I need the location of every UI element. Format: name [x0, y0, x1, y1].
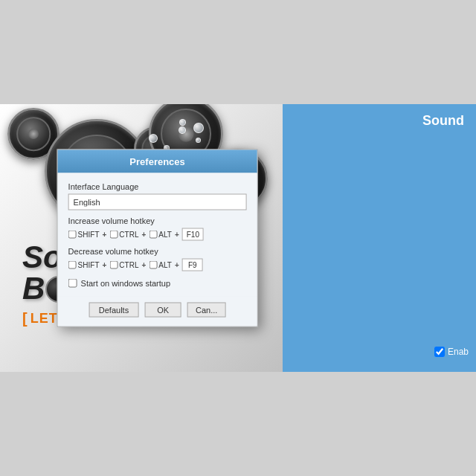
ok-button[interactable]: OK [144, 303, 181, 318]
bubble-6 [196, 138, 201, 143]
ctrl-check-increase[interactable] [109, 231, 118, 239]
shift-check-decrease[interactable] [68, 261, 77, 269]
language-input[interactable] [68, 194, 247, 210]
letasoft-bracket: [ [22, 310, 28, 327]
bubble-1 [149, 134, 158, 143]
alt-check-decrease[interactable] [149, 261, 157, 269]
enable-label: Enab [448, 347, 469, 357]
alt-checkbox-decrease[interactable]: ALT [149, 261, 172, 269]
startup-label: Start on windows startup [81, 279, 170, 288]
shift-check-increase[interactable] [68, 231, 77, 239]
startup-checkbox[interactable] [68, 279, 77, 288]
dialog-body: Interface Language Increase volume hotke… [58, 173, 257, 297]
increase-hotkey-row: SHIFT + CTRL + ALT + F10 [68, 228, 247, 241]
startup-row: Start on windows startup [68, 279, 247, 288]
plus-3: + [175, 231, 179, 239]
right-panel: Sound Enab [283, 104, 476, 372]
preferences-dialog: Preferences Interface Language Increase … [57, 149, 258, 327]
language-label: Interface Language [68, 182, 247, 191]
bubble-5 [193, 123, 204, 133]
shift-checkbox-decrease[interactable]: SHIFT [68, 261, 100, 269]
decrease-key[interactable]: F9 [182, 259, 203, 271]
plus-1: + [102, 231, 106, 239]
plus-2: + [141, 231, 146, 239]
increase-label: Increase volume hotkey [68, 216, 247, 225]
sound-label: Sound [283, 104, 476, 138]
dialog-titlebar: Preferences [58, 150, 257, 173]
increase-key[interactable]: F10 [182, 228, 204, 241]
dialog-title: Preferences [129, 156, 184, 167]
shift-checkbox-increase[interactable]: SHIFT [68, 231, 100, 239]
ctrl-check-decrease[interactable] [109, 261, 118, 269]
bubble-7 [179, 119, 186, 126]
enable-checkbox[interactable] [434, 347, 445, 357]
alt-checkbox-increase[interactable]: ALT [149, 231, 172, 239]
enable-row: Enab [434, 347, 469, 357]
plus-4: + [102, 261, 106, 269]
plus-5: + [141, 261, 146, 269]
defaults-button[interactable]: Defaults [89, 303, 138, 318]
dialog-footer: Defaults OK Can... [58, 297, 257, 327]
ctrl-checkbox-increase[interactable]: CTRL [109, 231, 138, 239]
decrease-hotkey-row: SHIFT + CTRL + ALT + F9 [68, 259, 247, 271]
bubble-3 [178, 126, 186, 134]
plus-6: + [175, 261, 179, 269]
decrease-label: Decrease volume hotkey [68, 247, 247, 256]
cancel-button[interactable]: Can... [187, 303, 225, 318]
brand-panel: Sound Bster [ LETASOFT Preferences Inter… [0, 104, 283, 372]
ctrl-checkbox-decrease[interactable]: CTRL [109, 261, 138, 269]
alt-check-increase[interactable] [149, 231, 157, 239]
